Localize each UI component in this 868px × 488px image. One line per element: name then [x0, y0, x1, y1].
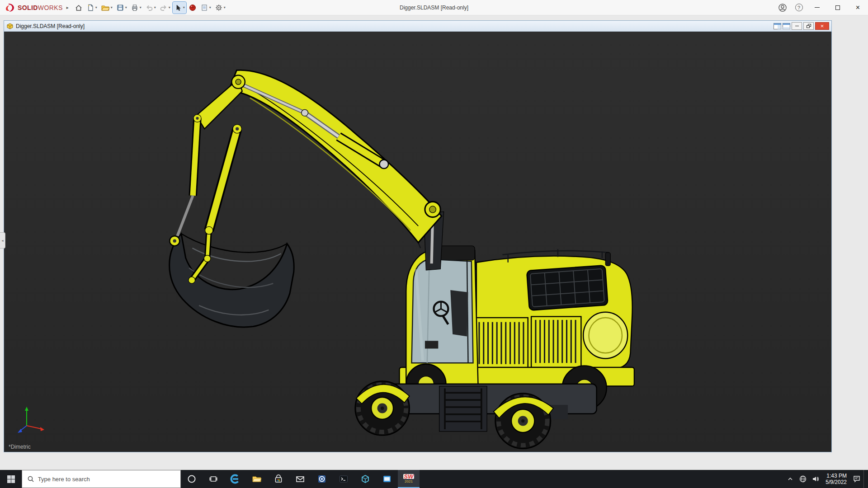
main-titlebar[interactable]: SOLIDWORKS ▸ ▾ ▾: [0, 0, 868, 15]
3d-cube-icon: [360, 474, 371, 484]
photos-icon: [316, 474, 327, 484]
quick-access-toolbar: ▾ ▾ ▾ ▾: [73, 2, 227, 14]
graphics-viewport[interactable]: *Dimetric: [4, 32, 831, 452]
save-button[interactable]: ▾: [115, 2, 128, 14]
appearance-ball-icon: [189, 4, 197, 12]
minimize-icon: [815, 7, 820, 8]
brand-solid: SOLID: [18, 4, 38, 11]
cab-group: [406, 230, 478, 385]
display-pane-button-2[interactable]: [783, 23, 790, 29]
task-view-button[interactable]: [203, 470, 224, 488]
network-button[interactable]: [797, 470, 809, 488]
close-icon: ×: [856, 4, 860, 12]
print-icon: [131, 4, 139, 12]
windows-logo-icon: [7, 475, 15, 483]
document-close-button[interactable]: ×: [815, 22, 829, 30]
featuremanager-collapse-tab[interactable]: ◄: [0, 232, 5, 249]
brand-text: SOLIDWORKS: [18, 4, 63, 11]
brand-works: WORKS: [38, 4, 63, 11]
save-caret[interactable]: ▾: [125, 5, 127, 9]
edrawings-button[interactable]: [354, 470, 376, 488]
view-orientation-label: *Dimetric: [9, 444, 31, 450]
taskbar-clock[interactable]: 1:43 PM 5/9/2022: [822, 473, 850, 485]
file-explorer-button[interactable]: [246, 470, 268, 488]
select-cursor-icon: [174, 4, 182, 12]
print-button[interactable]: ▾: [129, 2, 143, 14]
undo-button[interactable]: ▾: [144, 2, 157, 14]
document-restore-button[interactable]: [803, 22, 814, 30]
volume-icon: [811, 475, 820, 483]
select-caret[interactable]: ▾: [183, 5, 185, 9]
solidworks-brand[interactable]: SOLIDWORKS: [5, 3, 63, 13]
photos-button[interactable]: [311, 470, 333, 488]
cortana-button[interactable]: [181, 470, 203, 488]
file-explorer-icon: [251, 474, 262, 484]
action-center-button[interactable]: [851, 470, 863, 488]
print-caret[interactable]: ▾: [140, 5, 142, 9]
windows-taskbar: SW 2021 1:43 PM 5/9/2022: [0, 470, 868, 488]
document-minimize-button[interactable]: [792, 22, 802, 30]
solidworks-taskbar-button[interactable]: SW 2021: [398, 470, 420, 488]
system-tray: 1:43 PM 5/9/2022: [784, 470, 868, 488]
edge-button[interactable]: [224, 470, 246, 488]
close-icon: ×: [821, 23, 824, 29]
document-window: Digger.SLDASM [Read-only] ×: [4, 20, 832, 452]
redo-caret[interactable]: ▾: [169, 5, 170, 9]
properties-sheet-icon: [200, 4, 208, 12]
start-button[interactable]: [0, 470, 22, 488]
save-icon: [116, 4, 124, 12]
tray-chevron-button[interactable]: [784, 470, 796, 488]
collapse-arrow-icon: ◄: [1, 239, 4, 242]
edge-icon: [230, 474, 241, 484]
store-button[interactable]: [268, 470, 289, 488]
volume-button[interactable]: [810, 470, 821, 488]
display-pane-button-1[interactable]: [774, 23, 781, 29]
terminal-icon: [338, 474, 349, 484]
help-button[interactable]: ?: [791, 0, 807, 15]
cortana-icon: [187, 474, 197, 484]
pane-layout-icon: [774, 23, 781, 29]
excavator-model: [4, 32, 831, 452]
undo-caret[interactable]: ▾: [154, 5, 156, 9]
maximize-button[interactable]: [827, 0, 848, 15]
remote-desktop-button[interactable]: [376, 470, 398, 488]
help-icon: ?: [795, 4, 803, 11]
mail-button[interactable]: [289, 470, 311, 488]
bucket-group: [170, 234, 294, 327]
search-input[interactable]: [38, 476, 175, 483]
search-icon: [27, 475, 34, 483]
minimize-button[interactable]: [807, 0, 827, 15]
document-title: Digger.SLDASM [Read-only]: [16, 23, 85, 29]
notification-icon: [852, 474, 861, 483]
home-icon: [75, 4, 83, 12]
orientation-triad[interactable]: [13, 400, 49, 436]
options-button[interactable]: ▾: [213, 2, 227, 14]
ds-logo-icon: [5, 3, 15, 13]
network-icon: [799, 475, 807, 483]
redo-button[interactable]: ▾: [158, 2, 172, 14]
new-document-caret[interactable]: ▾: [95, 5, 97, 9]
titlebar-right-controls: ? ×: [774, 0, 868, 15]
new-document-button[interactable]: ▾: [85, 2, 99, 14]
home-button[interactable]: [73, 2, 84, 14]
document-window-controls: ×: [774, 22, 829, 30]
open-button[interactable]: ▾: [99, 2, 114, 14]
menu-flyout-arrow[interactable]: ▸: [66, 5, 69, 10]
taskbar-search[interactable]: [22, 470, 181, 488]
select-button[interactable]: ▾: [173, 2, 186, 14]
sw-year-label: 2021: [405, 479, 413, 484]
terminal-button[interactable]: [333, 470, 354, 488]
close-button[interactable]: ×: [848, 0, 868, 15]
open-caret[interactable]: ▾: [111, 5, 113, 9]
task-view-icon: [209, 474, 218, 483]
options-caret[interactable]: ▾: [224, 5, 226, 9]
account-button[interactable]: [774, 0, 791, 15]
document-titlebar[interactable]: Digger.SLDASM [Read-only] ×: [4, 21, 831, 32]
account-icon: [778, 3, 787, 12]
properties-caret[interactable]: ▾: [209, 5, 211, 9]
pane-layout-icon: [783, 23, 790, 29]
appearance-button[interactable]: [187, 2, 198, 14]
show-desktop-button[interactable]: [863, 470, 866, 488]
gear-icon: [215, 4, 223, 12]
file-properties-button[interactable]: ▾: [199, 2, 212, 14]
